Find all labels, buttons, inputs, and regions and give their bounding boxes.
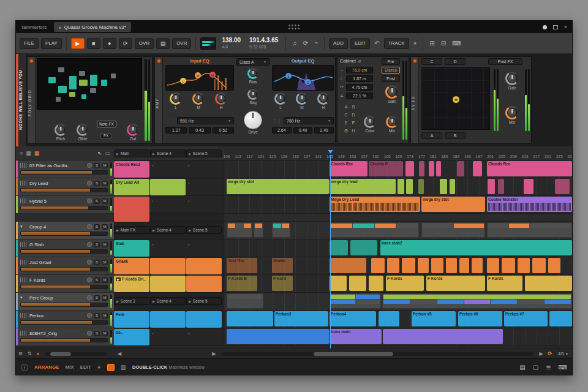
track-row[interactable]: 03 Filter as Oscilla..SM [16, 160, 114, 178]
clip-slot[interactable]: ▸ [150, 197, 186, 213]
device-power-icon[interactable] [29, 59, 34, 63]
grid-module[interactable] [79, 71, 85, 76]
arranger-clip[interactable] [406, 179, 413, 194]
note-editor-icon[interactable]: ▢ [533, 364, 538, 371]
input-high-knob[interactable]: H [211, 92, 231, 110]
device-power-icon[interactable] [413, 59, 417, 63]
edit-view-button[interactable]: EDIT [80, 364, 91, 370]
arranger-clip[interactable] [398, 179, 404, 194]
arranger-clip[interactable]: Perkos #6 [458, 311, 502, 326]
clip-slot[interactable]: ▸ [186, 179, 222, 195]
arranger-clip[interactable] [436, 161, 441, 176]
automation-icon[interactable]: ~ [312, 40, 320, 47]
crosshair-icon[interactable]: ⌖ [97, 364, 101, 371]
launcher-clip[interactable] [150, 258, 186, 274]
timeline-ruler[interactable]: 1091131171211251291331371411451491531571… [224, 146, 572, 160]
track-name[interactable]: G Stab [29, 242, 85, 247]
xy-a-button[interactable]: A [421, 132, 442, 139]
position-display[interactable]: 191.4.3.65 5:32.028 [246, 37, 281, 49]
arranger-clip[interactable]: mega dry stöt [227, 179, 329, 194]
cab-distance-value[interactable]: 1.87 m [346, 75, 373, 82]
volume-fader[interactable] [20, 338, 108, 342]
launcher-clip[interactable]: bo.. [114, 329, 149, 345]
scene-header[interactable]: ▶Scene 3 [114, 293, 149, 310]
output-low-value[interactable]: 2.64 [272, 127, 292, 134]
grid-module[interactable] [101, 80, 107, 86]
launcher-clip[interactable]: ▶F Kords Bri.. [114, 276, 149, 292]
arranger-clip[interactable] [405, 161, 414, 176]
launcher-view-icon[interactable]: ▦ [34, 150, 40, 156]
arranger-clip[interactable]: Cookie Monster [487, 197, 572, 212]
follow-playhead-icon[interactable]: ⟳ [546, 351, 555, 356]
solo-button[interactable]: S [94, 181, 100, 186]
mix-view-button[interactable]: MIX [65, 364, 74, 370]
output-high-value[interactable]: 2.49 [314, 127, 334, 134]
solo-button[interactable]: S [94, 313, 100, 318]
arranger-group-clip[interactable] [421, 222, 485, 238]
arranger-lane[interactable]: Mega Dry Leadmega dry stötCookie Monster [224, 196, 572, 214]
volume-fader[interactable] [20, 249, 108, 254]
mute-button[interactable]: M [102, 224, 108, 230]
volume-fader[interactable] [20, 170, 108, 175]
arranger-clip[interactable] [418, 179, 424, 194]
arranger-clip[interactable]: toms main [330, 329, 382, 344]
clip-slot[interactable]: ▸ [150, 240, 186, 257]
solo-button[interactable]: S [94, 198, 100, 204]
bias-knob[interactable]: Bias [243, 68, 263, 84]
arranger-clip[interactable] [419, 161, 424, 176]
cabinet-gain-knob[interactable]: Gain [382, 85, 402, 104]
arranger-lane[interactable]: bass stab2 [224, 239, 572, 257]
launcher-clip[interactable]: Gnakk [114, 258, 149, 274]
track-row[interactable]: Dry LeadSM [16, 178, 114, 196]
mute-button[interactable]: M [102, 277, 108, 283]
info-icon[interactable]: i [21, 364, 28, 371]
piano-roll-icon[interactable]: ▥ [121, 364, 126, 371]
arranger-group-clip[interactable] [330, 222, 419, 238]
loop-toggle[interactable]: ⟳ [119, 38, 132, 49]
arranger-clip[interactable] [227, 311, 273, 326]
launcher-scroll-left[interactable]: ◀ [115, 351, 124, 356]
arranger-clip[interactable] [330, 258, 366, 273]
expand-tracks-icon[interactable]: ⊞ [16, 351, 25, 356]
project-tab-inactive[interactable]: Tammerfors [16, 22, 51, 32]
output-low-knob[interactable]: L [271, 92, 290, 110]
arm-button[interactable] [87, 242, 92, 247]
arm-button[interactable] [87, 224, 92, 229]
scene-header[interactable]: ▶Scene 4 [150, 293, 186, 310]
post-fx-button[interactable]: Post FX [488, 58, 522, 65]
amp-mode-select[interactable]: Class A▼ [236, 58, 270, 66]
add-button[interactable]: ADD [329, 38, 348, 49]
overdub-toggle[interactable]: OVR [135, 38, 154, 49]
arrange-view-button[interactable]: ARRANGE [34, 364, 59, 370]
track-row[interactable]: Hybrid 5SM [16, 196, 114, 214]
launcher-scroll-right[interactable]: ▶ [209, 351, 218, 356]
arranger-clip[interactable] [379, 311, 399, 326]
arranger-scroll-right[interactable]: ▶ [537, 351, 545, 356]
arm-button[interactable] [87, 260, 92, 265]
arranger-clip[interactable] [457, 161, 464, 176]
launcher-clip[interactable]: Perk [114, 311, 149, 328]
track-menu-icon[interactable]: ≡ [20, 150, 23, 156]
arranger-clip[interactable]: bass stab2 [380, 240, 572, 255]
arranger-lane[interactable]: toms main [224, 328, 572, 346]
cabinet-model-letters[interactable]: AB CD EF GH [342, 105, 357, 137]
clip-slot[interactable]: ▸ [150, 161, 186, 178]
groove-display[interactable] [200, 37, 216, 50]
track-row[interactable]: Just GrowlSM [16, 257, 114, 275]
arranger-clip[interactable] [446, 258, 457, 273]
track-row[interactable]: ▾Perc GroupSM [16, 293, 114, 311]
cabinet-mix-knob[interactable]: Mix [382, 116, 402, 133]
pre-button[interactable]: Pre [382, 58, 400, 65]
arranger-clip[interactable]: Chords Rec [330, 161, 368, 176]
arranger-clip[interactable] [555, 179, 570, 194]
grid-module[interactable] [90, 75, 97, 86]
mute-button[interactable]: M [102, 198, 108, 204]
grid-view-icon[interactable]: ▦ [26, 150, 31, 156]
arranger-group-clip[interactable] [330, 293, 381, 309]
arranger-clip[interactable] [387, 258, 399, 273]
arranger-clip[interactable] [429, 161, 434, 176]
cue-loop-icon[interactable]: ⟳ [301, 40, 310, 47]
arranger-clip[interactable] [418, 258, 429, 273]
arm-button[interactable] [87, 277, 92, 282]
snap-toggle-icon[interactable] [107, 364, 115, 371]
